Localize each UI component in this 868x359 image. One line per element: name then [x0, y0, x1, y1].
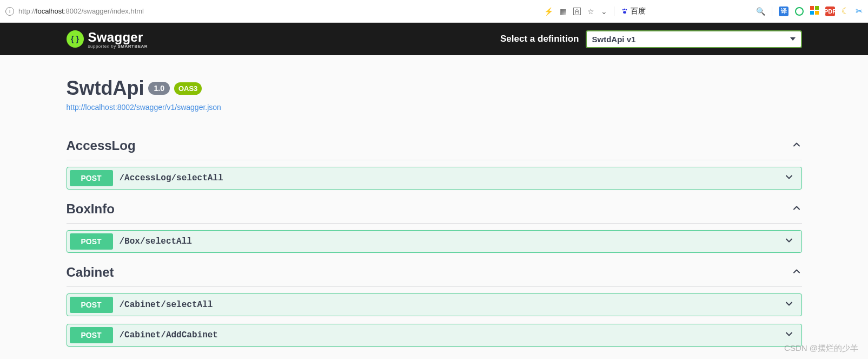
operation-summary[interactable]: POST/Cabinet/AddCabinet [67, 324, 801, 346]
site-info-icon[interactable]: i [5, 7, 14, 16]
operation-summary[interactable]: POST/Cabinet/selectAll [67, 294, 801, 316]
operation-summary[interactable]: POST/Box/selectAll [67, 231, 801, 252]
tag-section: AccessLogPOST/AccessLog/selectAll [67, 134, 802, 190]
tag-section: CabinetPOST/Cabinet/selectAllPOST/Cabine… [67, 260, 802, 347]
ext-translate-icon[interactable]: 译 [779, 6, 789, 16]
chevron-down-icon [784, 329, 799, 342]
svg-rect-6 [810, 11, 814, 15]
tag-section: BoxInfoPOST/Box/selectAll [67, 197, 802, 253]
ext-moon-icon[interactable]: ☾ [842, 6, 849, 16]
operation-block[interactable]: POST/Cabinet/AddCabinet [67, 324, 802, 347]
operation-path: /AccessLog/selectAll [113, 173, 784, 183]
api-info: SwtdApi 1.0 OAS3 http://localhost:8002/s… [67, 77, 802, 112]
http-method-badge: POST [70, 233, 113, 250]
browser-address-bar: i http://localhost:8002/swagger/index.ht… [0, 0, 868, 23]
ext-circle-icon[interactable] [795, 7, 804, 16]
search-icon[interactable]: 🔍 [756, 7, 765, 16]
version-badge: 1.0 [148, 82, 169, 95]
http-method-badge: POST [70, 297, 113, 313]
chevron-up-icon [791, 203, 802, 216]
operation-block[interactable]: POST/AccessLog/selectAll [67, 167, 802, 190]
ext-pdf-icon[interactable]: PDF [825, 6, 835, 16]
spec-url-link[interactable]: http://localhost:8002/swagger/v1/swagger… [67, 103, 221, 112]
baidu-icon[interactable]: 百度 [621, 6, 646, 16]
operation-block[interactable]: POST/Box/selectAll [67, 230, 802, 253]
swagger-supported-by: supported by SMARTBEAR [88, 44, 148, 49]
svg-rect-4 [810, 6, 814, 10]
tag-name: BoxInfo [67, 201, 115, 217]
svg-rect-7 [815, 11, 819, 15]
chevron-down-icon [784, 235, 799, 248]
chevron-up-icon [791, 139, 802, 152]
chevron-down-icon [784, 298, 799, 311]
swagger-brand-text: Swagger [88, 30, 148, 45]
operation-block[interactable]: POST/Cabinet/selectAll [67, 293, 802, 316]
url-text[interactable]: http://localhost:8002/swagger/index.html [18, 7, 144, 15]
operation-path: /Cabinet/selectAll [113, 300, 784, 310]
browser-action-icons: ⚡ ▦ 🄰 ☆ ⌄ 百度 🔍 译 PDF ☾ ✂ [544, 6, 863, 16]
definition-select[interactable]: SwtdApi v1 [586, 30, 802, 48]
definition-label: Select a definition [500, 34, 579, 44]
tag-header[interactable]: Cabinet [67, 260, 802, 287]
svg-point-0 [622, 9, 624, 10]
definition-select-input[interactable]: SwtdApi v1 [586, 30, 802, 48]
svg-point-3 [623, 11, 626, 14]
api-title: SwtdApi 1.0 OAS3 [67, 77, 802, 100]
qr-icon[interactable]: ▦ [560, 7, 567, 16]
tag-header[interactable]: BoxInfo [67, 197, 802, 224]
operation-summary[interactable]: POST/AccessLog/selectAll [67, 167, 801, 189]
http-method-badge: POST [70, 327, 113, 343]
swagger-topbar: { } Swagger supported by SMARTBEAR Selec… [0, 23, 868, 55]
operation-path: /Cabinet/AddCabinet [113, 330, 784, 340]
ext-scissors-icon[interactable]: ✂ [856, 6, 863, 16]
oas-badge: OAS3 [174, 82, 202, 95]
ext-microsoft-icon[interactable] [810, 6, 819, 16]
http-method-badge: POST [70, 170, 113, 186]
chevron-down-icon[interactable]: ⌄ [601, 7, 607, 16]
swagger-logo[interactable]: { } Swagger supported by SMARTBEAR [67, 30, 148, 49]
svg-point-2 [626, 9, 627, 10]
chevron-up-icon [791, 266, 802, 279]
lightning-icon[interactable]: ⚡ [544, 7, 553, 16]
translate-icon[interactable]: 🄰 [573, 7, 581, 16]
svg-point-1 [624, 8, 626, 10]
tag-name: Cabinet [67, 265, 114, 280]
tag-header[interactable]: AccessLog [67, 134, 802, 160]
chevron-down-icon [784, 172, 799, 185]
operation-path: /Box/selectAll [113, 237, 784, 246]
star-icon[interactable]: ☆ [587, 7, 594, 16]
svg-rect-5 [815, 6, 819, 10]
swagger-badge-icon: { } [67, 30, 84, 48]
tag-name: AccessLog [67, 138, 136, 153]
